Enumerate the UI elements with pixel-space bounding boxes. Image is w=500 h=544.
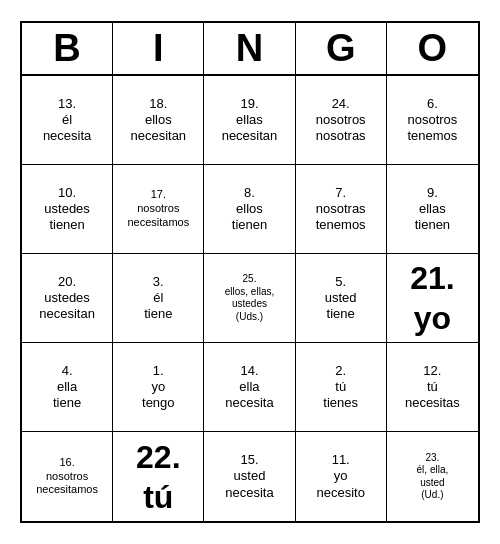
bingo-cell: 1.yotengo: [113, 343, 204, 432]
bingo-cell: 7.nosotrastenemos: [296, 165, 387, 254]
bingo-cell: 10.ustedestienen: [22, 165, 113, 254]
bingo-cell: 8.ellostienen: [204, 165, 295, 254]
bingo-cell: 15.ustednecesita: [204, 432, 295, 521]
header-letter: N: [204, 23, 295, 74]
bingo-cell: 12.túnecesitas: [387, 343, 478, 432]
bingo-cell: 19.ellasnecesitan: [204, 76, 295, 165]
header-letter: I: [113, 23, 204, 74]
bingo-cell: 4.ellatiene: [22, 343, 113, 432]
bingo-cell: 3.éltiene: [113, 254, 204, 343]
header-letter: O: [387, 23, 478, 74]
bingo-cell: 21.yo: [387, 254, 478, 343]
bingo-cell: 22.tú: [113, 432, 204, 521]
bingo-cell: 13.élnecesita: [22, 76, 113, 165]
header-letter: G: [296, 23, 387, 74]
bingo-cell: 17.nosotrosnecesitamos: [113, 165, 204, 254]
bingo-cell: 14.ellanecesita: [204, 343, 295, 432]
bingo-cell: 16.nosotrosnecesitamos: [22, 432, 113, 521]
bingo-cell: 25.ellos, ellas,ustedes(Uds.): [204, 254, 295, 343]
bingo-cell: 20.ustedesnecesitan: [22, 254, 113, 343]
bingo-grid: 13.élnecesita18.ellosnecesitan19.ellasne…: [22, 76, 478, 521]
header-letter: B: [22, 23, 113, 74]
bingo-cell: 9.ellastienen: [387, 165, 478, 254]
bingo-header: BINGO: [22, 23, 478, 76]
bingo-cell: 18.ellosnecesitan: [113, 76, 204, 165]
bingo-cell: 24.nosotrosnosotras: [296, 76, 387, 165]
bingo-cell: 11.yonecesito: [296, 432, 387, 521]
bingo-cell: 23.él, ella,usted(Ud.): [387, 432, 478, 521]
bingo-cell: 2.tútienes: [296, 343, 387, 432]
bingo-cell: 6.nosotrostenemos: [387, 76, 478, 165]
bingo-cell: 5.ustedtiene: [296, 254, 387, 343]
bingo-card: BINGO 13.élnecesita18.ellosnecesitan19.e…: [20, 21, 480, 523]
